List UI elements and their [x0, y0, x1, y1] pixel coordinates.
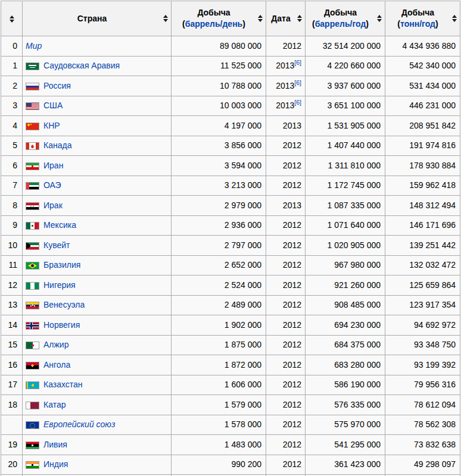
per-year-unit-link[interactable]: баррель/год — [315, 19, 366, 29]
tonnes-cell: 139 251 442 — [385, 236, 460, 256]
flag-ve-icon — [26, 302, 39, 309]
table-row: 12 Нигерия 2 524 000 2012 921 260 000 12… — [1, 275, 460, 296]
sort-header-rank[interactable] — [1, 1, 23, 36]
table-row: 6 Иран 3 594 000 2012 1 311 810 000 178 … — [1, 156, 460, 176]
date-value: 2012 — [283, 220, 301, 230]
reference-link[interactable]: [6] — [294, 60, 301, 67]
country-link[interactable]: США — [43, 101, 63, 110]
reference-link[interactable]: [6] — [294, 99, 301, 107]
flag-no-icon — [26, 322, 39, 330]
tonnes-cell: 191 974 816 — [385, 136, 460, 156]
tonnes-cell: 159 962 418 — [385, 176, 460, 196]
reference-link[interactable]: [6] — [294, 79, 301, 86]
country-link[interactable]: ОАЭ — [43, 180, 61, 190]
country-cell: КНР — [23, 116, 172, 136]
flag-us-icon — [26, 102, 39, 110]
country-link[interactable]: Индия — [43, 459, 68, 469]
country-link[interactable]: Казахстан — [43, 380, 83, 389]
country-link[interactable]: Ливия — [43, 440, 67, 449]
country-link[interactable]: Канада — [43, 140, 71, 150]
flag-ae-icon — [26, 182, 39, 190]
country-link[interactable]: Нигерия — [43, 280, 76, 290]
country-cell: Алжир — [23, 335, 172, 355]
flag-cn-icon — [26, 123, 39, 130]
per-day-cell: 10 788 000 — [172, 76, 266, 96]
sort-header-per-year[interactable]: Добыча (баррель/год) — [306, 1, 385, 36]
country-link[interactable]: Бразилия — [43, 260, 80, 270]
rank-cell: 2 — [1, 76, 23, 96]
per-day-header-unit: (баррель/день) — [174, 18, 254, 30]
per-year-cell: 1 020 905 000 — [306, 236, 385, 256]
per-day-cell: 1 902 000 — [172, 315, 266, 336]
per-year-cell: 4 220 660 000 — [306, 56, 385, 76]
rank-cell: 17 — [1, 375, 23, 395]
country-link[interactable]: КНР — [43, 121, 60, 130]
flag-kw-icon — [26, 242, 39, 250]
date-cell: 2012 — [266, 355, 306, 375]
flag-kz-icon — [26, 381, 39, 389]
date-value: 2012 — [283, 419, 301, 429]
per-year-cell: 1 531 905 000 — [306, 116, 385, 136]
country-cell: Кувейт — [23, 236, 172, 256]
country-link[interactable]: Ирак — [43, 201, 63, 210]
country-cell: Катар — [23, 395, 172, 415]
tonnes-header-title: Добыча — [388, 7, 448, 18]
oil-production-table: Страна Добыча (баррель/день) Дата Добыча… — [1, 1, 460, 476]
per-day-cell: 1 875 000 — [172, 335, 266, 355]
country-cell: Иран — [23, 156, 172, 176]
table-row: 15 Алжир 1 875 000 2012 684 375 000 93 3… — [1, 335, 460, 355]
country-link[interactable]: Кувейт — [43, 240, 70, 250]
date-header-label: Дата — [271, 14, 290, 23]
sort-header-date[interactable]: Дата — [266, 1, 306, 36]
country-link[interactable]: Ангола — [43, 360, 70, 369]
country-link[interactable]: Европейский союз — [43, 419, 115, 429]
per-day-unit-link[interactable]: баррель/день — [185, 19, 242, 29]
country-link[interactable]: Саудовская Аравия — [43, 61, 120, 70]
sort-icon — [452, 15, 457, 22]
per-year-cell: 684 375 000 — [306, 335, 385, 355]
date-value: 2012 — [283, 240, 301, 250]
country-link[interactable]: Россия — [43, 81, 71, 90]
flag-ca-icon — [26, 142, 39, 150]
sort-icon — [377, 15, 382, 22]
per-day-cell: 1 483 000 — [172, 435, 266, 455]
rank-cell: 1 — [1, 56, 23, 76]
per-day-cell: 10 003 000 — [172, 96, 266, 116]
rank-cell: 16 — [1, 355, 23, 375]
country-link[interactable]: Мексика — [43, 220, 76, 230]
country-header-label: Страна — [77, 14, 107, 23]
tonnes-cell: 94 692 972 — [385, 315, 460, 336]
country-link[interactable]: Иран — [43, 161, 63, 170]
country-cell: Индия — [23, 455, 172, 475]
sort-header-tonnes[interactable]: Добыча (тонн/год) — [385, 1, 460, 36]
per-day-header-title: Добыча — [174, 7, 254, 18]
per-day-cell: 3 594 000 — [172, 156, 266, 176]
date-value: 2012 — [283, 140, 301, 150]
date-value: 2012 — [283, 340, 301, 349]
flag-ru-icon — [26, 83, 39, 90]
per-day-cell: 89 080 000 — [172, 36, 266, 57]
table-row: 5 Канада 3 856 000 2012 1 407 440 000 19… — [1, 136, 460, 156]
sort-header-country[interactable]: Страна — [23, 1, 172, 36]
date-value: 2012 — [283, 180, 301, 190]
date-value: 2012 — [283, 161, 301, 170]
date-cell: 2013 — [266, 116, 306, 136]
flag-br-icon — [26, 262, 39, 270]
date-cell: 2012 — [266, 295, 306, 315]
country-link[interactable]: Катар — [43, 400, 66, 409]
table-row: 7 ОАЭ 3 213 000 2012 1 172 745 000 159 9… — [1, 176, 460, 196]
date-cell: 2012 — [266, 415, 306, 435]
country-link[interactable]: Венесуэла — [43, 300, 85, 309]
flag-ly-icon — [26, 441, 39, 449]
country-cell: Ангола — [23, 355, 172, 375]
country-link[interactable]: Норвегия — [43, 320, 80, 330]
rank-cell: 14 — [1, 315, 23, 336]
tonnes-cell: 178 930 884 — [385, 156, 460, 176]
sort-header-per-day[interactable]: Добыча (баррель/день) — [172, 1, 266, 36]
country-link[interactable]: Алжир — [43, 340, 68, 349]
country-cell: Саудовская Аравия — [23, 56, 172, 76]
date-value: 2012 — [283, 360, 301, 369]
tonnes-unit-link[interactable]: тонн/год — [400, 19, 435, 29]
header-row: Страна Добыча (баррель/день) Дата Добыча… — [1, 1, 460, 36]
per-year-cell: 361 423 000 — [306, 455, 385, 475]
